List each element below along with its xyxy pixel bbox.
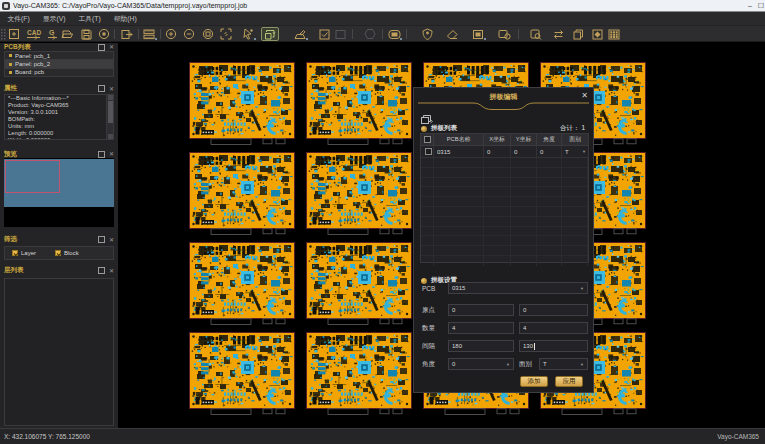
count-y-input[interactable] <box>519 322 588 334</box>
draw-tool-icon[interactable] <box>291 27 309 41</box>
open-job-icon[interactable] <box>58 27 76 41</box>
count-x-input[interactable] <box>448 322 514 334</box>
panel-float-icon[interactable] <box>98 44 105 51</box>
minimize-button[interactable]: – <box>743 0 757 11</box>
scroll-down-icon[interactable] <box>108 134 113 139</box>
shield-tool-icon[interactable] <box>418 27 436 41</box>
table-empty-row <box>421 178 588 188</box>
section-bullet-icon <box>421 126 427 132</box>
select-tool-icon[interactable] <box>239 27 257 41</box>
angle-select[interactable]: 0▼ <box>448 358 514 370</box>
panel-grid-tool-icon[interactable] <box>605 27 623 41</box>
pcb-label: PCB <box>422 285 448 292</box>
panelize-tool-icon[interactable] <box>261 27 279 41</box>
dialog-close-icon[interactable]: ✕ <box>581 92 588 100</box>
panel-close-icon[interactable]: ✕ <box>109 237 114 243</box>
gap-x-input[interactable] <box>448 340 514 352</box>
panel-close-icon[interactable]: ✕ <box>109 151 114 157</box>
layer-list-content[interactable] <box>4 278 114 426</box>
pcb-board-instance[interactable] <box>307 243 412 325</box>
copy-tool-icon[interactable] <box>569 27 587 41</box>
fill-rect-tool-icon[interactable] <box>469 27 487 41</box>
table-empty-row <box>421 227 588 237</box>
menu-help[interactable]: 帮助(H) <box>107 12 143 25</box>
inspect-tool-icon[interactable] <box>527 27 545 41</box>
pcb-board-instance[interactable] <box>307 153 412 235</box>
panel-float-icon[interactable] <box>98 151 105 158</box>
save-job-icon[interactable] <box>77 27 95 41</box>
panel-float-icon[interactable] <box>98 236 105 243</box>
layer-checkbox[interactable] <box>12 250 18 256</box>
menu-file[interactable]: 文件(F) <box>1 12 36 25</box>
pcb-board-instance[interactable] <box>307 333 412 415</box>
copy-place-tool-icon[interactable] <box>495 27 513 41</box>
board-fit-tool-icon[interactable] <box>588 27 606 41</box>
table-row[interactable]: 0315 0 0 0 T▼ <box>421 146 588 158</box>
preview-panel-header: 预览 ✕ <box>0 150 118 158</box>
tree-item-panel-pcb-2[interactable]: Panel: pcb_2 <box>5 60 113 68</box>
zoom-window-icon[interactable] <box>199 27 217 41</box>
panel-float-icon[interactable] <box>98 85 105 92</box>
scroll-thumb[interactable] <box>108 101 113 123</box>
maximize-button[interactable]: ☐ <box>757 0 765 11</box>
col-pcb-name[interactable]: PCB名称 <box>434 134 484 145</box>
swap-tool-icon[interactable] <box>549 27 567 41</box>
record-icon[interactable] <box>95 27 113 41</box>
col-angle[interactable]: 角度 <box>537 134 562 145</box>
zoom-fit-icon[interactable] <box>217 27 235 41</box>
export-icon[interactable] <box>118 27 136 41</box>
eraser-tool-icon[interactable] <box>443 27 461 41</box>
block-checkbox[interactable] <box>55 250 61 256</box>
tree-item-panel-pcb-1[interactable]: Panel: pcb_1 <box>5 52 113 60</box>
apply-button[interactable]: 应用 <box>555 376 583 387</box>
panelize-edit-dialog: 拼板编辑 ✕ 拼板列表 合计： 1 PCB名称 X坐标 Y坐标 角度 面别 03… <box>413 87 594 393</box>
count-form-row: 数量 <box>422 322 588 334</box>
panel-close-icon[interactable]: ✕ <box>109 268 114 274</box>
panel-float-icon[interactable] <box>98 267 105 274</box>
tree-bullet-icon <box>9 71 12 74</box>
pcb-select[interactable]: 0315▼ <box>448 282 588 294</box>
origin-y-input[interactable] <box>519 304 588 316</box>
measure-unit-icon[interactable] <box>140 27 158 41</box>
panel-close-icon[interactable]: ✕ <box>109 44 114 50</box>
tree-item-board-pcb[interactable]: Board: pcb <box>5 69 113 76</box>
toolbar-separator <box>138 29 139 39</box>
select-all-checkbox[interactable] <box>424 136 431 143</box>
zoom-in-icon[interactable] <box>162 27 180 41</box>
toolbar-separator <box>352 29 353 39</box>
table-empty-row <box>421 158 588 168</box>
new-job-icon[interactable] <box>5 27 23 41</box>
col-side[interactable]: 面别 <box>562 134 588 145</box>
polygon-tool-icon <box>361 27 379 41</box>
properties-scrollbar[interactable] <box>106 95 113 140</box>
dropdown-dot <box>484 38 486 40</box>
col-x[interactable]: X坐标 <box>484 134 511 145</box>
scroll-up-icon[interactable] <box>108 95 113 100</box>
gap-y-input[interactable]: 130 <box>519 340 588 352</box>
menu-view[interactable]: 显示(V) <box>36 12 72 25</box>
pcb-board-instance[interactable] <box>307 63 412 145</box>
pcb-board-instance[interactable] <box>190 333 295 415</box>
origin-x-input[interactable] <box>448 304 514 316</box>
title-bar: Vayo-CAM365: C:/VayoPro/Vayo-CAM365/Data… <box>0 0 765 12</box>
side-select[interactable]: T▼ <box>539 358 588 370</box>
import-cad-icon[interactable]: CAD <box>24 27 46 41</box>
application-window: Vayo-CAM365: C:/VayoPro/Vayo-CAM365/Data… <box>0 0 765 444</box>
menu-tools[interactable]: 工具(T) <box>72 12 107 25</box>
cell-x: 0 <box>484 146 511 157</box>
zoom-out-icon[interactable] <box>180 27 198 41</box>
pcb-board-instance[interactable] <box>190 63 295 145</box>
preview-viewport[interactable] <box>4 158 114 227</box>
panel-close-icon[interactable]: ✕ <box>109 86 114 92</box>
add-button[interactable]: 添加 <box>520 376 548 387</box>
capsule-tool-icon[interactable] <box>385 27 403 41</box>
board-stack-icon <box>421 115 433 124</box>
origin-form-row: 原点 <box>422 304 588 316</box>
dropdown-arrow-icon: ▼ <box>577 362 584 367</box>
side-label: 面别 <box>519 360 539 369</box>
pcb-board-instance[interactable] <box>190 243 295 325</box>
cell-side-dropdown-icon[interactable]: ▼ <box>582 149 586 154</box>
col-y[interactable]: Y坐标 <box>511 134 537 145</box>
row-checkbox[interactable] <box>425 148 432 155</box>
pcb-board-instance[interactable] <box>190 153 295 235</box>
